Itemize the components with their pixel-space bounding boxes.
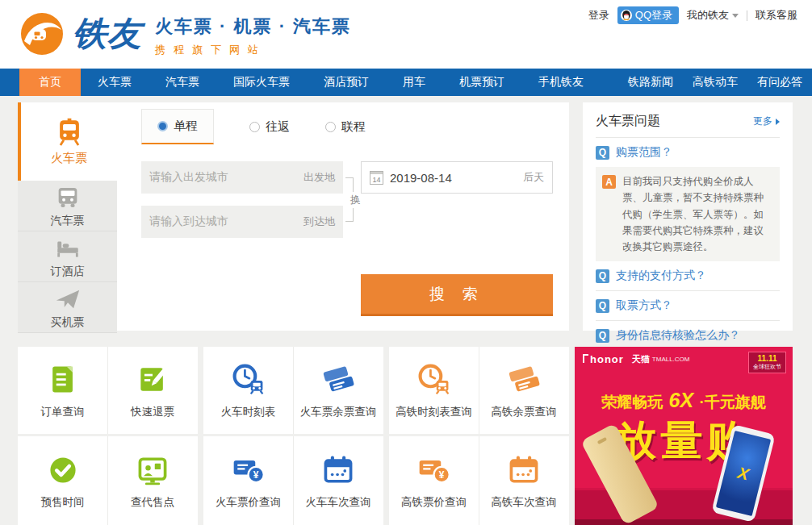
faq-question[interactable]: Q 购票范围？ <box>596 145 780 160</box>
faq-more-link[interactable]: 更多 <box>753 115 780 128</box>
tieyou-logo-icon <box>19 11 65 56</box>
ticket-price-icon: ¥ <box>416 452 452 488</box>
nav-item-train[interactable]: 火车票 <box>81 69 149 96</box>
service-group: 高铁时刻表查询 高铁余票查询 <box>389 347 569 434</box>
calendar-icon: 14 <box>370 171 383 185</box>
nav-item-car[interactable]: 用车 <box>386 69 442 96</box>
service-agency-locations[interactable]: 查代售点 <box>107 436 197 525</box>
train-icon <box>54 118 85 148</box>
arrow-right-icon <box>776 119 780 125</box>
badge-text: 全球狂欢节 <box>753 363 781 371</box>
date-note: 后天 <box>523 170 544 185</box>
faq-question[interactable]: Q 支持的支付方式？ <box>596 269 780 283</box>
q-icon: Q <box>596 329 609 343</box>
nav-item-railway-news[interactable]: 铁路新闻 <box>618 69 683 96</box>
nav-item-mobile[interactable]: 手机铁友 <box>521 69 601 96</box>
to-city-input[interactable]: 请输入到达城市 到达地 <box>141 206 343 238</box>
service-label: 高铁票价查询 <box>401 495 467 510</box>
service-train-fare-query[interactable]: ¥ 火车票价查询 <box>203 436 293 525</box>
faq-panel: 火车票问题 更多 Q 购票范围？ A 目前我司只支持代购全价成人票、儿童票，暂不… <box>583 102 793 331</box>
date-value: 2019-08-14 <box>390 171 452 185</box>
answer-text: 目前我司只支持代购全价成人票、儿童票，暂不支持特殊票种代购（学生票、军人票等）。… <box>622 173 773 255</box>
service-train-remaining-tickets[interactable]: 火车票余票查询 <box>293 347 383 434</box>
tab-label: 汽车票 <box>51 214 85 228</box>
trip-type-roundtrip[interactable]: 往返 <box>249 119 290 135</box>
divider <box>596 320 780 321</box>
question-text: 购票范围？ <box>616 145 672 160</box>
nav-item-hsr[interactable]: 高铁动车 <box>683 69 747 96</box>
service-hsr-fare-query[interactable]: ¥ 高铁票价查询 <box>389 436 479 525</box>
login-link[interactable]: 登录 <box>588 8 609 23</box>
badge-date: 11.11 <box>753 354 781 363</box>
service-train-number-query[interactable]: 火车车次查询 <box>293 436 383 525</box>
question-text: 取票方式？ <box>616 298 672 313</box>
service-hsr-number-query[interactable]: 高铁车次查询 <box>479 436 568 525</box>
service-group: 火车时刻表 火车票余票查询 <box>203 347 383 434</box>
trip-type-oneway[interactable]: 单程 <box>141 109 214 144</box>
check-circle-icon <box>45 452 81 488</box>
a-icon: A <box>602 175 616 189</box>
product-tabs: 火车票 汽车票 订酒店 买机票 <box>18 102 117 333</box>
trip-type-label: 联程 <box>341 119 366 135</box>
service-label: 火车票余票查询 <box>300 405 377 419</box>
honor-logo: honor <box>583 353 624 365</box>
swap-cities-button[interactable]: 换 <box>349 192 362 208</box>
service-group: ¥ 火车票价查询 火车车次查询 <box>203 436 383 525</box>
faq-title: 火车票问题 <box>596 113 660 130</box>
to-city-placeholder: 请输入到达城市 <box>149 215 228 229</box>
ad-headline: 荣耀畅玩 6X ·千元旗舰 <box>575 389 793 413</box>
from-city-field-label: 出发地 <box>303 170 335 185</box>
qq-penguin-icon <box>621 10 632 21</box>
brand-tagline: 火车票 · 机票 · 汽车票 <box>155 15 351 39</box>
date-picker[interactable]: 14 2019-08-14 后天 <box>361 161 553 194</box>
nav-item-bus[interactable]: 汽车票 <box>149 69 216 96</box>
plane-icon <box>54 285 82 313</box>
from-city-input[interactable]: 请输入出发城市 出发地 <box>141 161 343 194</box>
service-label: 预售时间 <box>41 495 85 510</box>
tab-label: 买机票 <box>51 315 85 330</box>
tmall-domain: TMALL.COM <box>652 356 690 363</box>
nav-item-qa[interactable]: 有问必答 <box>747 69 812 96</box>
service-label: 火车车次查询 <box>306 495 371 510</box>
tab-flight[interactable]: 买机票 <box>18 282 117 333</box>
contact-service-link[interactable]: 联系客服 <box>755 8 797 23</box>
hotel-bed-icon <box>54 235 82 262</box>
faq-question[interactable]: Q 取票方式？ <box>596 298 780 313</box>
faq-question[interactable]: Q 身份信息待核验怎么办？ <box>596 328 780 343</box>
my-tieyou-label: 我的铁友 <box>687 9 729 21</box>
q-icon: Q <box>596 269 609 283</box>
faq-answer: A 目前我司只支持代购全价成人票、儿童票，暂不支持特殊票种代购（学生票、军人票等… <box>596 167 780 261</box>
search-form: 单程 往返 联程 请输入出发城市 出发地 请输入到达城市 到达地 换 14 20… <box>117 102 569 331</box>
service-presale-time[interactable]: 预售时间 <box>18 436 107 525</box>
honor-6x-ad-banner[interactable]: honor 天猫 TMALL.COM 11.11 全球狂欢节 荣耀畅玩 6X ·… <box>575 347 793 525</box>
agency-icon <box>135 452 170 488</box>
nav-item-intl-train[interactable]: 国际火车票 <box>216 69 307 96</box>
service-label: 快速退票 <box>131 405 174 419</box>
search-button[interactable]: 搜 索 <box>361 274 553 316</box>
tab-train-ticket[interactable]: 火车票 <box>18 102 117 181</box>
trip-type-multileg[interactable]: 联程 <box>325 119 366 135</box>
bus-icon <box>54 184 82 211</box>
service-label: 订单查询 <box>41 405 85 419</box>
service-hsr-timetable[interactable]: 高铁时刻表查询 <box>389 347 479 434</box>
nav-item-flight[interactable]: 机票预订 <box>442 69 521 96</box>
headline-right: ·千元旗舰 <box>699 394 765 410</box>
my-tieyou-menu[interactable]: 我的铁友 <box>687 8 739 23</box>
service-fast-refund[interactable]: 快速退票 <box>107 347 197 434</box>
nav-item-home[interactable]: 首页 <box>19 69 81 96</box>
service-hsr-remaining-tickets[interactable]: 高铁余票查询 <box>479 347 568 434</box>
service-label: 火车票价查询 <box>216 495 281 510</box>
qq-login-button[interactable]: QQ登录 <box>617 6 679 24</box>
brand-subtitle: 携程旗下网站 <box>155 43 351 57</box>
tab-bus-ticket[interactable]: 汽车票 <box>18 181 117 231</box>
tab-label: 火车票 <box>51 151 87 166</box>
tab-hotel[interactable]: 订酒店 <box>18 231 117 282</box>
nav-item-hotel[interactable]: 酒店预订 <box>307 69 386 96</box>
clock-train-icon <box>416 362 452 398</box>
service-order-query[interactable]: 订单查询 <box>18 347 107 434</box>
brand-taglines: 火车票 · 机票 · 汽车票 携程旗下网站 <box>155 10 351 57</box>
service-train-timetable[interactable]: 火车时刻表 <box>203 347 293 434</box>
service-label: 高铁车次查询 <box>492 495 557 510</box>
tmall-logo: 天猫 <box>632 353 650 365</box>
radio-icon <box>325 122 336 132</box>
